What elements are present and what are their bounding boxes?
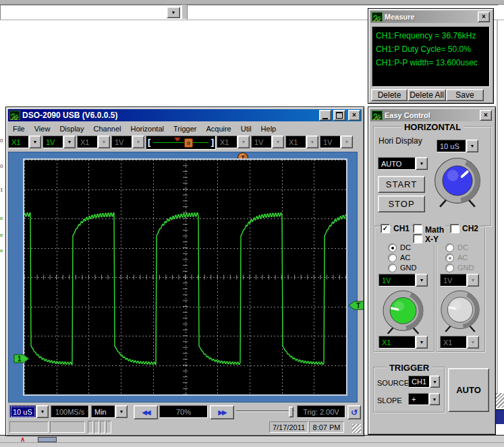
timebase-combo[interactable]: 10 uS▼ bbox=[9, 405, 49, 418]
status-panel-2 bbox=[50, 421, 85, 433]
chevron-down-icon: ▼ bbox=[432, 397, 437, 402]
easy-control-title: Easy Control bbox=[385, 111, 478, 119]
background-fragment: e bbox=[0, 233, 3, 238]
ch1-volt-combo[interactable]: 1V▼ bbox=[43, 136, 76, 148]
channel1-level-marker[interactable]: 1 bbox=[13, 353, 30, 367]
horizontal-position-panel: 70% bbox=[159, 405, 208, 418]
menu-horizontal[interactable]: Horizontal bbox=[125, 123, 169, 134]
horizontal-knob[interactable] bbox=[432, 157, 483, 208]
ch2-probe-select: X1▼ bbox=[440, 336, 479, 349]
chevron-down-icon: ▼ bbox=[33, 140, 38, 144]
ch1-volt-select[interactable]: 1V▼ bbox=[379, 274, 428, 287]
background-address-field[interactable]: ▼ bbox=[0, 5, 182, 20]
trigger-level-marker[interactable]: T bbox=[348, 300, 364, 314]
trigger-group: TRIGGER SOURCE CH1▼ SLOPE +▼ bbox=[373, 367, 445, 413]
trigger-group-label: TRIGGER bbox=[387, 363, 432, 373]
ch1-ac-radio[interactable] bbox=[388, 254, 397, 262]
ch2-volt-select: 1V▼ bbox=[440, 274, 479, 287]
trigger-source-combo[interactable]: CH1▼ bbox=[408, 376, 440, 388]
ch2-dc-radio bbox=[445, 243, 454, 252]
hori-timebase-combo[interactable]: 10 uS▼ bbox=[437, 140, 478, 152]
pan-left-button[interactable]: ◀◀ bbox=[134, 405, 158, 419]
save-button[interactable]: Save bbox=[446, 89, 484, 101]
start-button[interactable]: START bbox=[378, 176, 425, 193]
measure-reading: CH1:Frequency = 36.76kHz bbox=[376, 31, 476, 40]
trigger-marker-label: T bbox=[356, 302, 360, 309]
menu-trigger[interactable]: Trigger bbox=[169, 123, 201, 134]
chevron-down-icon: ▼ bbox=[40, 409, 45, 414]
trigger-slope-combo[interactable]: +▼ bbox=[408, 393, 440, 405]
dso-titlebar[interactable]: DSO-2090 USB (V6.0.0.5) × bbox=[8, 109, 362, 121]
menu-util[interactable]: Util bbox=[236, 123, 256, 134]
extra-volt-combo-1: 1V▼ bbox=[251, 136, 284, 148]
ch2-volt-combo: 1V▼ bbox=[111, 136, 144, 148]
delete-all-button[interactable]: Delete All bbox=[408, 89, 446, 101]
ch1-checkbox[interactable]: ✓ bbox=[381, 224, 390, 233]
chevron-down-icon: ▼ bbox=[471, 340, 476, 345]
maximize-button[interactable] bbox=[333, 110, 345, 121]
channel-checkbox-row: ✓ CH1 Math X-Y CH2 bbox=[368, 222, 495, 243]
slider-arrow-icon[interactable] bbox=[174, 138, 181, 142]
hori-mode-combo[interactable]: AUTO▼ bbox=[378, 157, 428, 170]
pan-slider-handle[interactable] bbox=[289, 407, 293, 417]
background-dropdown-button[interactable]: ▼ bbox=[167, 7, 180, 18]
chevron-down-icon: ▼ bbox=[345, 140, 349, 144]
extra-probe-combo-1: X1▼ bbox=[217, 136, 250, 148]
pan-right-button[interactable]: ▶▶ bbox=[210, 405, 234, 419]
double-left-arrow-icon: ◀◀ bbox=[142, 409, 149, 416]
measure-titlebar[interactable]: Measure × bbox=[370, 11, 491, 23]
menu-acquire[interactable]: Acquire bbox=[201, 123, 235, 134]
resize-grip[interactable] bbox=[352, 424, 361, 433]
menu-display[interactable]: Display bbox=[55, 123, 88, 134]
chevron-down-icon: ▼ bbox=[420, 278, 424, 282]
double-right-arrow-icon: ▶▶ bbox=[218, 409, 225, 416]
background-fragment: 0 bbox=[0, 164, 3, 169]
ch1-dc-radio[interactable] bbox=[388, 243, 397, 252]
measure-close-button[interactable]: × bbox=[478, 11, 490, 22]
menu-help[interactable]: Help bbox=[256, 123, 281, 134]
menu-channel[interactable]: Channel bbox=[88, 123, 125, 134]
measure-window: Measure × CH1:Frequency = 36.76kHz CH1:P… bbox=[368, 8, 494, 104]
check-icon: ✓ bbox=[383, 225, 388, 232]
background-fragment: e bbox=[0, 248, 3, 254]
math-checkbox[interactable] bbox=[413, 224, 422, 233]
stop-button[interactable]: STOP bbox=[378, 196, 425, 212]
easy-control-close-button[interactable]: × bbox=[480, 110, 492, 121]
easy-control-titlebar[interactable]: Easy Control × bbox=[370, 109, 493, 121]
delete-button[interactable]: Delete bbox=[371, 89, 408, 101]
chevron-down-icon: ▼ bbox=[102, 140, 107, 144]
refresh-button[interactable]: ↺ bbox=[347, 405, 361, 419]
trigger-level-panel: Trig: 2.00V bbox=[297, 405, 345, 418]
chevron-down-icon: ▼ bbox=[67, 140, 72, 144]
chevron-down-icon: ▼ bbox=[470, 144, 475, 148]
ch1-probe-combo[interactable]: X1▼ bbox=[8, 136, 41, 148]
ch2-knob bbox=[439, 290, 482, 333]
status-bar: 7/17/2011 8:07 PM bbox=[8, 421, 362, 434]
ch1-gnd-radio[interactable] bbox=[388, 264, 397, 272]
app-icon bbox=[9, 111, 20, 120]
left-bracket: [ bbox=[148, 137, 150, 147]
background-small-box bbox=[38, 437, 57, 442]
status-date-panel: 7/17/2011 bbox=[269, 421, 308, 433]
menu-file[interactable]: File bbox=[8, 123, 30, 134]
refresh-icon: ↺ bbox=[351, 408, 358, 417]
ch2-group: DC AC GND 1V▼ X1▼ bbox=[436, 227, 486, 353]
trigger-position-slider[interactable]: [ ] 0 bbox=[146, 136, 216, 150]
pan-slider[interactable] bbox=[236, 405, 294, 418]
close-button[interactable]: × bbox=[348, 110, 360, 121]
ch2-dc-label: DC bbox=[457, 243, 468, 251]
trigger-source-label: SOURCE bbox=[377, 379, 409, 387]
ch1-knob[interactable] bbox=[381, 290, 426, 335]
ch2-checkbox-label: CH2 bbox=[461, 224, 480, 233]
acquisition-mode-combo[interactable]: Min▼ bbox=[91, 405, 128, 418]
slider-handle[interactable]: 0 bbox=[184, 138, 193, 148]
xy-checkbox[interactable] bbox=[413, 234, 422, 243]
bottom-toolbar: 10 uS▼ 100MS/s Min▼ ◀◀ 70% ▶▶ Trig: 2.00… bbox=[8, 404, 362, 420]
minimize-button[interactable] bbox=[319, 110, 331, 121]
menu-view[interactable]: View bbox=[30, 123, 55, 134]
ch2-checkbox[interactable] bbox=[450, 224, 459, 233]
trigger-auto-button[interactable]: AUTO bbox=[448, 368, 489, 412]
ch1-probe-select[interactable]: X1▼ bbox=[379, 336, 428, 349]
scope-screen bbox=[23, 158, 347, 396]
app-icon bbox=[372, 111, 383, 120]
